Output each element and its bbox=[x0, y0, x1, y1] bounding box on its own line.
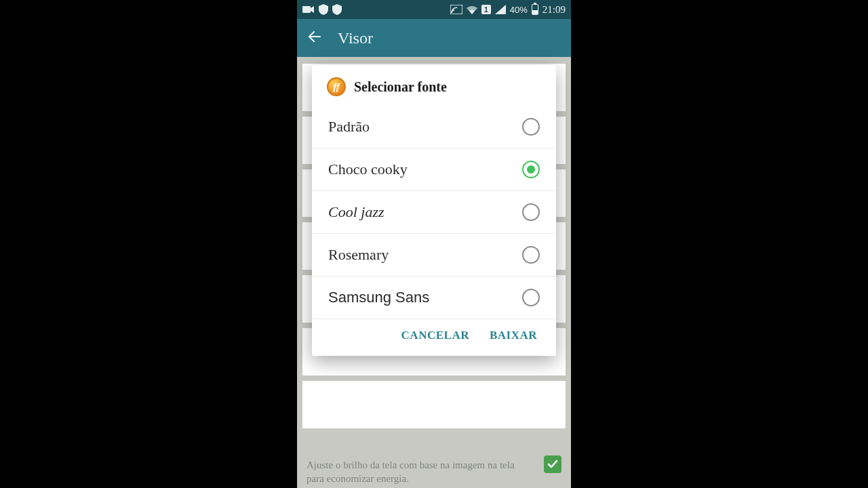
font-option-label: Cool jazz bbox=[328, 203, 384, 221]
flipfont-icon: ff bbox=[327, 77, 346, 96]
font-option-padrao[interactable]: Padrão bbox=[312, 106, 556, 148]
font-option-label: Choco cooky bbox=[328, 161, 408, 178]
radio-icon bbox=[522, 161, 540, 178]
cancel-button[interactable]: CANCELAR bbox=[401, 329, 469, 342]
font-option-cool-jazz[interactable]: Cool jazz bbox=[312, 191, 556, 234]
font-option-choco-cooky[interactable]: Choco cooky bbox=[312, 148, 556, 191]
font-option-rosemary[interactable]: Rosemary bbox=[312, 234, 556, 277]
download-button[interactable]: BAIXAR bbox=[490, 329, 537, 342]
radio-icon bbox=[522, 203, 540, 221]
font-option-label: Padrão bbox=[328, 118, 370, 136]
radio-icon bbox=[522, 246, 540, 264]
dialog-overlay: ff Selecionar fonte Padrão Choco cooky C… bbox=[297, 0, 571, 488]
dialog-actions: CANCELAR BAIXAR bbox=[312, 319, 556, 356]
radio-icon bbox=[522, 118, 540, 136]
phone-frame: 1 40% 21:09 Visor Ajuste o brilho da tel… bbox=[297, 0, 571, 488]
font-option-label: Samsung Sans bbox=[328, 289, 429, 306]
dialog-header: ff Selecionar fonte bbox=[312, 65, 556, 106]
dialog-title: Selecionar fonte bbox=[354, 79, 447, 95]
font-option-samsung-sans[interactable]: Samsung Sans bbox=[312, 277, 556, 319]
font-select-dialog: ff Selecionar fonte Padrão Choco cooky C… bbox=[312, 65, 556, 356]
radio-icon bbox=[522, 289, 540, 306]
font-option-label: Rosemary bbox=[328, 246, 389, 264]
